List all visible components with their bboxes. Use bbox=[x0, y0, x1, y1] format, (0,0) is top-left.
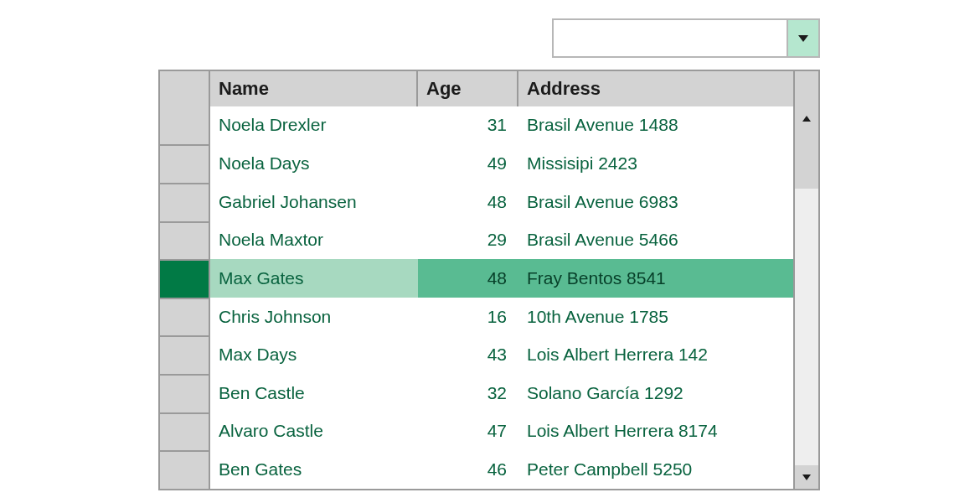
cell-name[interactable]: Ben Castle bbox=[210, 374, 418, 412]
svg-marker-0 bbox=[798, 35, 808, 42]
svg-marker-2 bbox=[802, 474, 811, 480]
row-header[interactable] bbox=[160, 259, 210, 298]
row-header[interactable] bbox=[160, 144, 210, 183]
cell-age[interactable]: 49 bbox=[418, 144, 518, 183]
cell-age[interactable]: 32 bbox=[418, 374, 518, 412]
cell-address[interactable]: Missisipi 2423 bbox=[518, 144, 793, 183]
table-row[interactable]: Ben Castle32Solano García 1292 bbox=[160, 374, 793, 412]
cell-age[interactable]: 31 bbox=[418, 106, 518, 145]
filter-combobox[interactable] bbox=[552, 18, 820, 58]
cell-age[interactable]: 48 bbox=[418, 259, 518, 298]
cell-name[interactable]: Noela Maxtor bbox=[210, 221, 418, 260]
filter-input[interactable] bbox=[554, 20, 787, 56]
cell-address[interactable]: Lois Albert Herrera 8174 bbox=[518, 412, 793, 451]
cell-age[interactable]: 46 bbox=[418, 450, 518, 489]
caret-down-icon bbox=[797, 31, 809, 46]
scroll-up-button[interactable] bbox=[795, 106, 818, 130]
table-row[interactable]: Ben Gates46Peter Campbell 5250 bbox=[160, 450, 793, 489]
row-header-corner[interactable] bbox=[160, 71, 210, 106]
row-header[interactable] bbox=[160, 106, 210, 145]
row-header[interactable] bbox=[160, 374, 210, 412]
cell-address[interactable]: Fray Bentos 8541 bbox=[518, 259, 793, 298]
cell-name[interactable]: Noela Drexler bbox=[210, 106, 418, 145]
cell-age[interactable]: 47 bbox=[418, 412, 518, 451]
row-header[interactable] bbox=[160, 412, 210, 451]
row-header[interactable] bbox=[160, 221, 210, 260]
cell-age[interactable]: 16 bbox=[418, 298, 518, 336]
vertical-scrollbar[interactable] bbox=[793, 106, 818, 489]
scroll-thumb[interactable] bbox=[795, 130, 818, 189]
column-header-name[interactable]: Name bbox=[210, 71, 418, 106]
cell-name[interactable]: Ben Gates bbox=[210, 450, 418, 489]
scroll-down-button[interactable] bbox=[795, 465, 818, 489]
cell-address[interactable]: Brasil Avenue 5466 bbox=[518, 221, 793, 260]
row-header[interactable] bbox=[160, 298, 210, 336]
cell-name[interactable]: Max Gates bbox=[210, 259, 418, 298]
row-header[interactable] bbox=[160, 450, 210, 489]
scrollbar-header-gap bbox=[793, 71, 818, 106]
cell-address[interactable]: Lois Albert Herrera 142 bbox=[518, 335, 793, 374]
column-header-age[interactable]: Age bbox=[418, 71, 518, 106]
table-row[interactable]: Chris Johnson1610th Avenue 1785 bbox=[160, 298, 793, 336]
scroll-track[interactable] bbox=[795, 130, 818, 465]
cell-address[interactable]: 10th Avenue 1785 bbox=[518, 298, 793, 336]
grid-rows: Noela Drexler31Brasil Avenue 1488Noela D… bbox=[160, 106, 793, 489]
cell-name[interactable]: Noela Days bbox=[210, 144, 418, 183]
column-header-address[interactable]: Address bbox=[518, 71, 793, 106]
cell-address[interactable]: Brasil Avenue 1488 bbox=[518, 106, 793, 145]
cell-name[interactable]: Chris Johnson bbox=[210, 298, 418, 336]
table-row[interactable]: Noela Maxtor29Brasil Avenue 5466 bbox=[160, 221, 793, 260]
cell-name[interactable]: Max Days bbox=[210, 335, 418, 374]
cell-age[interactable]: 29 bbox=[418, 221, 518, 260]
caret-down-icon bbox=[802, 469, 812, 485]
cell-address[interactable]: Solano García 1292 bbox=[518, 374, 793, 412]
cell-name[interactable]: Gabriel Johansen bbox=[210, 183, 418, 221]
table-row[interactable]: Gabriel Johansen48Brasil Avenue 6983 bbox=[160, 183, 793, 221]
cell-age[interactable]: 43 bbox=[418, 335, 518, 374]
row-header[interactable] bbox=[160, 335, 210, 374]
table-row[interactable]: Noela Days49Missisipi 2423 bbox=[160, 144, 793, 183]
data-grid: Name Age Address Noela Drexler31Brasil A… bbox=[158, 70, 820, 490]
caret-up-icon bbox=[802, 111, 812, 126]
cell-address[interactable]: Brasil Avenue 6983 bbox=[518, 183, 793, 221]
row-header[interactable] bbox=[160, 183, 210, 221]
svg-marker-1 bbox=[802, 116, 811, 122]
table-row[interactable]: Max Gates48Fray Bentos 8541 bbox=[160, 259, 793, 298]
filter-dropdown-button[interactable] bbox=[787, 20, 818, 56]
table-row[interactable]: Max Days43Lois Albert Herrera 142 bbox=[160, 335, 793, 374]
table-row[interactable]: Noela Drexler31Brasil Avenue 1488 bbox=[160, 106, 793, 145]
table-row[interactable]: Alvaro Castle47Lois Albert Herrera 8174 bbox=[160, 412, 793, 451]
cell-name[interactable]: Alvaro Castle bbox=[210, 412, 418, 451]
cell-age[interactable]: 48 bbox=[418, 183, 518, 221]
grid-header: Name Age Address bbox=[160, 71, 818, 106]
cell-address[interactable]: Peter Campbell 5250 bbox=[518, 450, 793, 489]
